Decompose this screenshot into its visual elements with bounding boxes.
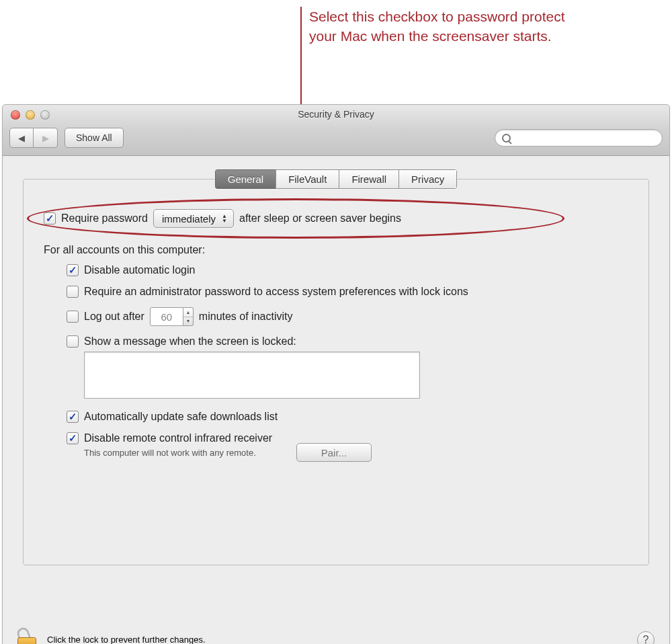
updown-arrows-icon: ▲▼ <box>220 214 229 223</box>
preferences-window: Security & Privacy ◀ ▶ Show All General … <box>2 104 670 644</box>
disable-ir-checkbox[interactable] <box>67 432 79 444</box>
require-password-row: Require password immediately ▲▼ after sl… <box>44 209 628 228</box>
tabs: General FileVault Firewall Privacy <box>215 169 458 189</box>
toolbar: ◀ ▶ Show All <box>9 128 663 148</box>
ir-subrow: This computer will not work with any rem… <box>84 443 628 462</box>
tab-firewall[interactable]: Firewall <box>339 169 398 189</box>
tab-general[interactable]: General <box>215 169 276 189</box>
auto-update-checkbox[interactable] <box>67 411 79 423</box>
logout-minutes-stepper: ▲ ▼ <box>150 307 194 326</box>
search-input[interactable] <box>515 133 655 143</box>
lock-message-textarea[interactable] <box>84 352 420 399</box>
tab-privacy[interactable]: Privacy <box>398 169 457 189</box>
require-admin-label: Require an administrator password to acc… <box>84 286 468 298</box>
show-message-label: Show a message when the screen is locked… <box>84 335 296 348</box>
require-password-label-suffix: after sleep or screen saver begins <box>239 212 401 225</box>
back-button[interactable]: ◀ <box>9 128 34 148</box>
require-admin-checkbox[interactable] <box>67 286 79 298</box>
lock-icon[interactable] <box>17 628 38 645</box>
tabs-row: General FileVault Firewall Privacy <box>3 169 669 189</box>
disable-auto-login-checkbox[interactable] <box>67 264 79 276</box>
logout-label-suffix: minutes of inactivity <box>199 311 293 323</box>
show-message-checkbox[interactable] <box>67 335 79 348</box>
logout-minutes-input[interactable] <box>150 307 183 326</box>
accounts-heading: For all accounts on this computer: <box>44 244 628 256</box>
account-options: Disable automatic login Require an admin… <box>67 264 628 462</box>
pair-button[interactable]: Pair... <box>296 443 372 462</box>
logout-checkbox[interactable] <box>67 311 79 323</box>
auto-update-label: Automatically update safe downloads list <box>84 411 278 423</box>
window-title: Security & Privacy <box>3 109 669 120</box>
require-password-checkbox[interactable] <box>44 212 56 225</box>
ir-note: This computer will not work with any rem… <box>84 448 256 458</box>
require-password-delay-popup[interactable]: immediately ▲▼ <box>153 209 234 228</box>
show-message-row: Show a message when the screen is locked… <box>67 335 628 348</box>
search-icon <box>502 134 511 143</box>
stepper-buttons[interactable]: ▲ ▼ <box>183 307 194 326</box>
help-button[interactable]: ? <box>637 631 655 645</box>
logout-row: Log out after ▲ ▼ minutes of inactivity <box>67 307 628 326</box>
content-area: General FileVault Firewall Privacy Requi… <box>3 156 669 616</box>
disable-auto-login-row: Disable automatic login <box>67 264 628 276</box>
triangle-right-icon: ▶ <box>42 133 49 143</box>
disable-ir-label: Disable remote control infrared receiver <box>84 432 272 444</box>
lock-body <box>17 637 36 645</box>
require-password-delay-value: immediately <box>162 213 216 225</box>
logout-label-prefix: Log out after <box>84 311 144 323</box>
require-admin-row: Require an administrator password to acc… <box>67 286 628 298</box>
forward-button[interactable]: ▶ <box>34 128 58 148</box>
stepper-up-icon: ▲ <box>183 308 193 317</box>
require-password-label-prefix: Require password <box>61 212 148 225</box>
auto-update-row: Automatically update safe downloads list <box>67 411 628 423</box>
show-all-button[interactable]: Show All <box>65 128 124 148</box>
search-field-wrap <box>495 129 663 147</box>
lock-text: Click the lock to prevent further change… <box>47 635 206 644</box>
stepper-down-icon: ▼ <box>183 317 193 326</box>
disable-auto-login-label: Disable automatic login <box>84 264 195 276</box>
general-panel: Require password immediately ▲▼ after sl… <box>23 179 649 565</box>
annotation-callout: Select this checkbox to password protect… <box>309 7 578 46</box>
tab-filevault[interactable]: FileVault <box>276 169 339 189</box>
nav-buttons: ◀ ▶ <box>9 128 58 148</box>
footer: Click the lock to prevent further change… <box>3 616 669 644</box>
titlebar: Security & Privacy ◀ ▶ Show All <box>3 105 669 156</box>
triangle-left-icon: ◀ <box>18 133 25 143</box>
